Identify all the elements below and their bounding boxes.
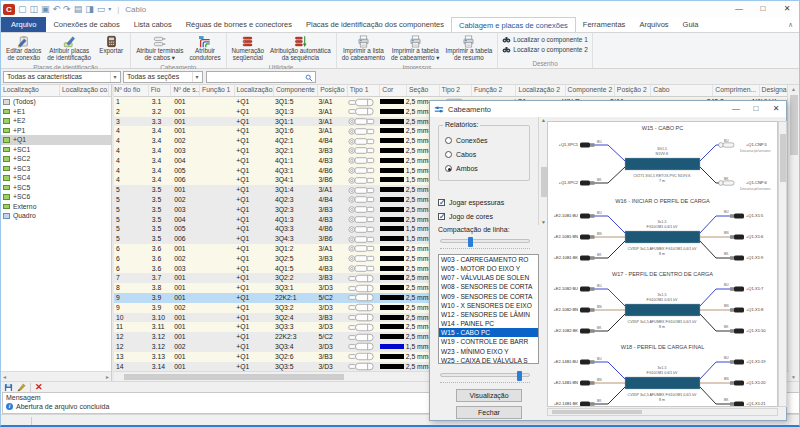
atribui-o-autom-tica-button[interactable]: Atribuição automática da sequência [267, 34, 334, 63]
line-compaction-slider[interactable] [440, 239, 530, 243]
imprimir-a-tabela-button[interactable]: Imprimir a tabela de resumo [442, 34, 495, 63]
exportar-button[interactable]: Exportar [94, 34, 128, 56]
scroll-thumb[interactable] [124, 374, 344, 380]
localizar-o-componente-2-button[interactable]: Localizar o componente 2 [502, 45, 587, 54]
brush-icon[interactable] [17, 383, 26, 392]
preview-vertical-scrollbar[interactable] [778, 121, 787, 407]
list-item[interactable]: W25 - CAIXA DE VÁLVULA S [439, 356, 538, 364]
radio-cabos[interactable]: Cabos [445, 151, 476, 158]
column-header-cabo[interactable]: Cabo [651, 85, 713, 96]
qat-undo-icon[interactable]: ↶ [53, 2, 61, 16]
checkbox-cores[interactable]: Jogo de cores [438, 213, 493, 220]
tree-item-sc3[interactable]: +SC3 [1, 164, 111, 174]
ribbon-collapse-icon[interactable]: ∧ [788, 21, 793, 29]
tree-item-externo[interactable]: Externo [1, 202, 111, 212]
tab-lista-cabos[interactable]: Lista cabos [127, 17, 179, 32]
qat-layout2-icon[interactable]: ◨ [85, 2, 94, 16]
scroll-down-icon[interactable]: ▼ [788, 373, 799, 381]
scroll-thumb[interactable] [541, 167, 547, 197]
tree-header-1[interactable]: Localização co... [60, 85, 109, 96]
scroll-thumb[interactable] [780, 134, 786, 182]
cable-listbox[interactable]: W03 - CARREGAMENTO ROW05 - MOTOR DO EIXO… [438, 254, 539, 364]
list-scrollbar[interactable]: ▲ ▼ [538, 117, 547, 225]
visualizacao-button[interactable]: Visualização [456, 389, 522, 402]
scroll-thumb[interactable] [552, 410, 642, 414]
sections-combobox[interactable]: Todas as seções ▾ [123, 71, 203, 83]
tree-horizontal-scrollbar[interactable]: ◂ ▸ [1, 371, 111, 381]
tree-item-q1[interactable]: +Q1 [1, 135, 111, 145]
column-header-posi-o-2[interactable]: Posição 2 [615, 85, 651, 96]
vertical-scrollbar[interactable]: ▲ ▼ [787, 85, 799, 381]
column-header-comprimen-[interactable]: Comprimen... [713, 85, 759, 96]
column-header-nº-do-fio[interactable]: Nº do fio [112, 85, 148, 96]
search-input[interactable] [206, 71, 316, 83]
qat-new-icon[interactable]: ▢ [18, 2, 27, 16]
tab-guia[interactable]: Guia [676, 17, 706, 32]
column-header-fun-o-2[interactable]: Função 2 [472, 85, 516, 96]
fechar-button[interactable]: Fechar [456, 406, 522, 419]
tree-item-sc1[interactable]: +SC1 [1, 145, 111, 155]
list-item[interactable]: W05 - MOTOR DO EIXO Y [439, 264, 538, 273]
close-button[interactable]: ✕ [775, 1, 799, 16]
tab-r-guas-de-bornes-e-conectores[interactable]: Réguas de bornes e conectores [179, 17, 299, 32]
qat-layout1-icon[interactable]: ▤ [74, 2, 83, 16]
tab-placas-de-identifica-o-dos-componentes[interactable]: Placas de identificação dos componentes [299, 17, 451, 32]
column-header-fun-o-1[interactable]: Função 1 [200, 85, 235, 96]
localizar-o-componente-1-button[interactable]: Localizar o componente 1 [502, 35, 587, 44]
preview-horizontal-scrollbar[interactable] [547, 408, 778, 416]
minimize-button[interactable]: — [727, 1, 751, 16]
tree-item-sc4[interactable]: +SC4 [1, 173, 111, 183]
tree-item-todos[interactable]: (Todos) [1, 97, 111, 107]
column-header-localiza-o-[interactable]: Localização... [235, 85, 274, 96]
list-item[interactable]: W14 - PAINEL PC [439, 319, 538, 328]
qat-layout3-icon[interactable]: ▭ [97, 2, 106, 16]
tree-item-p1[interactable]: +P1 [1, 126, 111, 136]
checkbox-espessuras[interactable]: Jogar espessuras [438, 199, 504, 206]
scroll-up-icon[interactable]: ▲ [788, 85, 799, 93]
maximize-button[interactable]: □ [751, 1, 775, 16]
list-item[interactable]: W07 - VÁLVULAS DE SOLEN [439, 273, 538, 282]
list-item[interactable]: W23 - MÍNIMO EIXO Y [439, 347, 538, 356]
list-item[interactable]: W12 - SENSORES DE LÂMIN [439, 310, 538, 319]
column-header-componente-2[interactable]: Componente 2 [566, 85, 615, 96]
imprimir-a-lista-button[interactable]: Imprimir a lista do cabeamento [339, 34, 388, 63]
qat-menu-arrow-icon[interactable]: ▾ [108, 2, 111, 16]
list-item[interactable]: W10 - X SENSORES DE EIXO [439, 301, 538, 310]
tree-item-e2[interactable]: +E2 [1, 116, 111, 126]
tree-item-sc6[interactable]: +SC6 [1, 192, 111, 202]
column-header-localiza-o-2[interactable]: Localização 2 [516, 85, 565, 96]
column-header-tipo-1[interactable]: Tipo 1 [348, 85, 381, 96]
radio-ambos[interactable]: Ambos [445, 165, 478, 172]
qat-redo-icon[interactable]: ↷ [63, 2, 71, 16]
list-item[interactable]: W03 - CARREGAMENTO RO [439, 255, 538, 264]
column-header-nº-de-s-[interactable]: Nº de s... [171, 85, 200, 96]
list-item[interactable]: W15 - CABO PC [439, 328, 538, 337]
column-header-tipo-2[interactable]: Tipo 2 [440, 85, 473, 96]
imprimir-a-tabela-button[interactable]: Imprimir a tabela de cabeamento ▾ [388, 34, 442, 63]
tab-conex-es-de-cabos[interactable]: Conexões de cabos [46, 17, 126, 32]
dialog-maximize-button[interactable]: □ [746, 101, 766, 116]
scroll-left-icon[interactable]: ◂ [3, 373, 6, 380]
numera-o-button[interactable]: Numeração seqüencial [229, 34, 268, 63]
tree-item-quadro[interactable]: Quadro [1, 211, 111, 221]
save-icon[interactable] [4, 383, 13, 392]
tab-cablagem-e-placas-de-conex-es[interactable]: Cablagem e placas de conexões [451, 17, 576, 32]
radio-conexoes[interactable]: Conexões [445, 137, 488, 144]
tree-item-e1[interactable]: +E1 [1, 107, 111, 117]
column-header-se-o[interactable]: Seção [407, 85, 440, 96]
qat-save-icon[interactable]: ▣ [41, 2, 50, 16]
editar-dados-button[interactable]: Editar dados de conexão [3, 34, 44, 63]
dialog-close-button[interactable]: ✕ [766, 101, 786, 116]
tab-arquivos[interactable]: Arquivos [632, 17, 675, 32]
tab-arquivo[interactable]: Arquivo [1, 17, 46, 32]
slider-thumb[interactable] [517, 371, 522, 381]
tree-header-0[interactable]: Localização [1, 85, 60, 96]
dialog-minimize-button[interactable]: — [726, 101, 746, 116]
column-header-posi-o-1[interactable]: Posição 1 [318, 85, 348, 96]
scroll-thumb[interactable] [790, 95, 798, 155]
atribuir-button[interactable]: Atribuir condutores [186, 34, 223, 63]
tree-item-sc2[interactable]: +SC2 [1, 154, 111, 164]
delete-icon[interactable]: ✕ [35, 383, 43, 392]
atribuir-terminais-button[interactable]: Atribuir terminais de cabos ▾ [133, 34, 186, 63]
slider-thumb[interactable] [468, 237, 473, 247]
